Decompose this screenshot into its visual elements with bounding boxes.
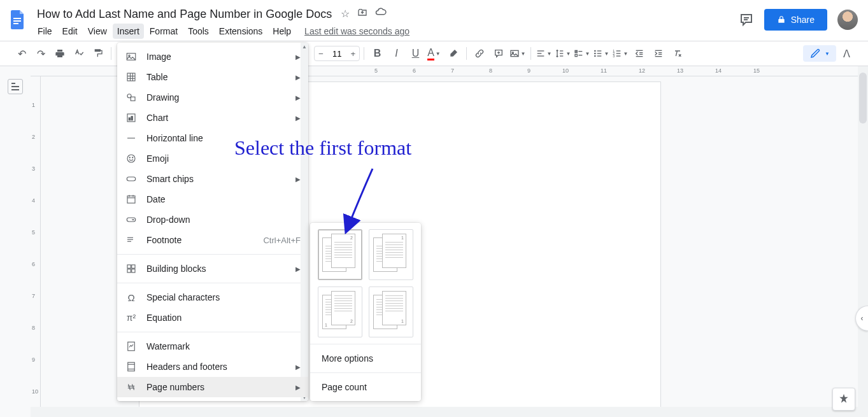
vertical-scrollbar[interactable] bbox=[858, 66, 868, 417]
menu-view[interactable]: View bbox=[83, 24, 111, 39]
svg-rect-63 bbox=[132, 265, 135, 268]
comment-history-icon[interactable] bbox=[739, 12, 754, 27]
page-numbers-icon bbox=[125, 381, 138, 393]
undo-button[interactable]: ↶ bbox=[13, 45, 31, 62]
highlight-button[interactable] bbox=[445, 45, 462, 62]
svg-point-52 bbox=[132, 157, 133, 158]
star-icon[interactable]: ☆ bbox=[341, 8, 350, 20]
svg-rect-64 bbox=[127, 269, 131, 272]
insert-chart-item[interactable]: Chart▶ bbox=[117, 108, 308, 128]
font-size-decrease[interactable]: − bbox=[315, 46, 327, 60]
decrease-indent-button[interactable] bbox=[630, 45, 648, 62]
page-number-format-header-skip-first[interactable]: 1 bbox=[369, 229, 413, 280]
menu-insert[interactable]: Insert bbox=[113, 24, 144, 39]
special-characters-icon: Ω bbox=[125, 291, 138, 304]
svg-rect-20 bbox=[597, 50, 601, 51]
last-edit-link[interactable]: Last edit was seconds ago bbox=[304, 26, 409, 36]
menu-tools[interactable]: Tools bbox=[183, 24, 213, 39]
hide-menus-button[interactable]: ᐱ bbox=[837, 45, 855, 62]
text-color-button[interactable]: A▼ bbox=[425, 45, 443, 62]
page-number-format-header-all[interactable]: 1 2 bbox=[318, 229, 362, 280]
page-count-item[interactable]: Page count bbox=[310, 373, 421, 401]
horizontal-line-icon bbox=[125, 132, 138, 145]
smart-chips-icon bbox=[125, 173, 138, 185]
menu-divider bbox=[117, 254, 308, 255]
svg-rect-22 bbox=[597, 55, 601, 56]
paint-format-button[interactable] bbox=[89, 45, 107, 62]
page-number-format-footer-all[interactable]: 1 2 bbox=[318, 286, 362, 337]
insert-headers-footers-item[interactable]: Headers and footers▶ bbox=[117, 357, 308, 377]
menu-extensions[interactable]: Extensions bbox=[215, 24, 267, 39]
move-icon[interactable] bbox=[357, 8, 367, 20]
cloud-status-icon[interactable] bbox=[375, 8, 387, 20]
insert-emoji-item[interactable]: Emoji bbox=[117, 148, 308, 169]
font-size-increase[interactable]: + bbox=[346, 46, 359, 60]
document-title[interactable]: How to Add Last Name and Page Number in … bbox=[33, 6, 336, 22]
add-comment-button[interactable] bbox=[490, 45, 508, 62]
footnote-shortcut: Ctrl+Alt+F bbox=[263, 236, 301, 245]
vertical-ruler[interactable]: 1 2 3 4 5 6 7 8 9 10 11 bbox=[31, 76, 41, 417]
insert-special-characters-item[interactable]: ΩSpecial characters bbox=[117, 287, 308, 307]
svg-rect-27 bbox=[616, 53, 620, 53]
svg-rect-58 bbox=[127, 218, 136, 222]
page-numbers-more-options[interactable]: More options bbox=[310, 344, 421, 372]
show-outline-button[interactable] bbox=[8, 79, 23, 94]
insert-page-numbers-item[interactable]: Page numbers▶ bbox=[117, 377, 308, 397]
redo-button[interactable]: ↷ bbox=[32, 45, 50, 62]
line-spacing-button[interactable]: ▼ bbox=[554, 45, 572, 62]
print-button[interactable] bbox=[51, 45, 69, 62]
checklist-button[interactable]: ▼ bbox=[573, 45, 591, 62]
insert-drawing-item[interactable]: Drawing▶ bbox=[117, 87, 308, 108]
menu-file[interactable]: File bbox=[33, 24, 57, 39]
svg-rect-45 bbox=[131, 97, 135, 101]
emoji-icon bbox=[125, 152, 138, 165]
italic-button[interactable]: I bbox=[387, 45, 405, 62]
insert-watermark-item[interactable]: Watermark bbox=[117, 336, 308, 357]
insert-smart-chips-item[interactable]: Smart chips▶ bbox=[117, 169, 308, 189]
page-number-format-footer-skip-first[interactable]: 1 bbox=[369, 286, 413, 337]
bold-button[interactable]: B bbox=[368, 45, 386, 62]
insert-date-item[interactable]: Date bbox=[117, 189, 308, 209]
insert-image-item[interactable]: Image▶ bbox=[117, 46, 308, 67]
svg-rect-54 bbox=[127, 196, 135, 203]
menu-format[interactable]: Format bbox=[145, 24, 182, 39]
menu-help[interactable]: Help bbox=[268, 24, 295, 39]
submenu-arrow-icon: ▶ bbox=[295, 94, 301, 101]
numbered-list-button[interactable]: 123▼ bbox=[611, 45, 629, 62]
svg-rect-2 bbox=[13, 23, 18, 24]
google-docs-logo[interactable] bbox=[5, 6, 31, 32]
page-numbers-submenu: 1 2 1 1 2 1 More options Page count bbox=[310, 223, 421, 401]
svg-point-19 bbox=[594, 55, 596, 57]
align-button[interactable]: ▼ bbox=[535, 45, 553, 62]
insert-table-item[interactable]: Table▶ bbox=[117, 67, 308, 87]
clear-formatting-button[interactable] bbox=[669, 45, 687, 62]
insert-horizontal-line-item[interactable]: Horizontal line bbox=[117, 128, 308, 148]
drawing-icon bbox=[125, 91, 138, 104]
explore-button[interactable] bbox=[832, 388, 855, 411]
insert-image-button[interactable]: ▼ bbox=[509, 45, 527, 62]
svg-rect-62 bbox=[127, 265, 131, 268]
svg-rect-39 bbox=[127, 73, 135, 81]
watermark-icon bbox=[125, 340, 138, 353]
insert-equation-item[interactable]: π²Equation bbox=[117, 307, 308, 328]
underline-button[interactable]: U bbox=[406, 45, 424, 62]
bulleted-list-button[interactable]: ▼ bbox=[592, 45, 610, 62]
font-size-value[interactable]: 11 bbox=[327, 49, 346, 59]
editing-mode-button[interactable]: ▼ bbox=[803, 45, 836, 62]
spellcheck-button[interactable] bbox=[70, 45, 88, 62]
font-size-control[interactable]: − 11 + bbox=[314, 46, 360, 61]
insert-building-blocks-item[interactable]: Building blocks▶ bbox=[117, 258, 308, 279]
insert-link-button[interactable] bbox=[471, 45, 488, 62]
svg-point-17 bbox=[594, 50, 596, 52]
building-blocks-icon bbox=[125, 262, 138, 275]
share-button[interactable]: Share bbox=[764, 9, 827, 31]
account-avatar[interactable] bbox=[837, 10, 858, 30]
svg-rect-28 bbox=[616, 55, 620, 56]
insert-dropdown-item[interactable]: Drop-down bbox=[117, 209, 308, 230]
menu-edit[interactable]: Edit bbox=[58, 24, 82, 39]
svg-rect-21 bbox=[597, 53, 601, 53]
horizontal-scrollbar[interactable] bbox=[31, 407, 858, 417]
svg-line-70 bbox=[129, 385, 131, 390]
insert-footnote-item[interactable]: FootnoteCtrl+Alt+F bbox=[117, 230, 308, 250]
increase-indent-button[interactable] bbox=[650, 45, 667, 62]
